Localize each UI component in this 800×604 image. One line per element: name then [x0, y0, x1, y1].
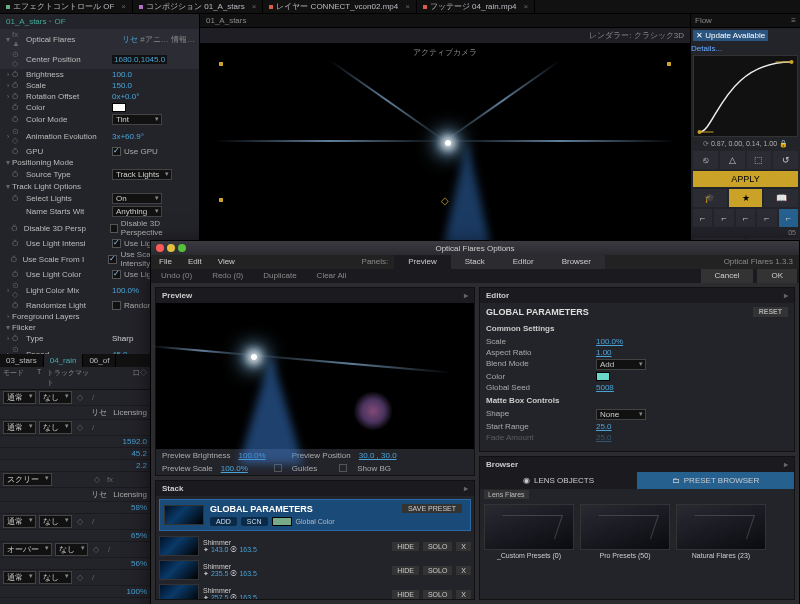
app-top-tabs: エフェクトコントロール OF× コンポジション 01_A_stars× レイヤー… — [0, 0, 800, 14]
cancel-button[interactable]: Cancel — [701, 269, 754, 283]
add-button[interactable]: ADD — [210, 517, 237, 526]
close-icon[interactable]: × — [252, 2, 257, 11]
dialog-titlebar[interactable]: Optical Flares Options — [151, 241, 799, 255]
book-icon[interactable]: 📖 — [764, 189, 798, 207]
browser-panel: Browser▸ ◉LENS OBJECTS 🗀PRESET BROWSER L… — [479, 456, 795, 600]
lens-icon: ◉ — [523, 476, 530, 485]
duplicate-button[interactable]: Duplicate — [253, 269, 306, 283]
reset-button[interactable]: RESET — [753, 307, 788, 317]
minimize-icon[interactable] — [167, 244, 175, 252]
svg-point-2 — [698, 130, 702, 134]
twirl-icon[interactable]: ▾ — [4, 35, 12, 44]
grad-icon[interactable]: 🎓 — [693, 189, 727, 207]
stack-item[interactable]: Shimmer✦ 143.0 ⦿ 163.5 HIDESOLOX — [159, 536, 471, 556]
tab-browser[interactable]: Browser — [548, 255, 605, 269]
renderer-label[interactable]: レンダラー: クラシック3D — [589, 30, 684, 41]
colormode-dropdown[interactable]: Tint — [112, 114, 162, 125]
tool-btn[interactable]: ⎋ — [693, 151, 718, 169]
tool-btn[interactable]: ↺ — [773, 151, 798, 169]
close-icon[interactable]: × — [121, 2, 126, 11]
optical-flares-dialog: Optical Flares Options File Edit View Pa… — [150, 240, 800, 604]
menu-view[interactable]: View — [210, 255, 243, 269]
gpu-checkbox[interactable] — [112, 147, 121, 156]
svg-point-3 — [790, 60, 794, 64]
blendmode-dropdown[interactable]: Add — [596, 359, 646, 370]
tab-footage[interactable]: フッテージ 04_rain.mp4× — [417, 0, 535, 13]
tab-editor[interactable]: Editor — [499, 255, 548, 269]
comp-tab[interactable]: 01_A_stars — [206, 16, 246, 25]
curve-editor[interactable] — [693, 55, 798, 137]
scn-button[interactable]: SCN — [241, 517, 268, 526]
preset-folder[interactable]: Natural Flares (23) — [676, 504, 766, 559]
guides-checkbox[interactable] — [274, 464, 282, 472]
browser-breadcrumb[interactable]: Lens Flares — [484, 490, 529, 499]
fx-header[interactable]: ▾ fx ▲ Optical Flares リセ #アニ… 情報… — [0, 29, 199, 49]
preset-folder[interactable]: Pro Presets (50) — [580, 504, 670, 559]
showbg-checkbox[interactable] — [339, 464, 347, 472]
editor-panel: Editor▸ GLOBAL PARAMETERSRESET Common Se… — [479, 287, 795, 452]
preview-panel: Preview▸ Preview Brightness100.0% Previe… — [155, 287, 475, 476]
menu-edit[interactable]: Edit — [180, 255, 210, 269]
redo-button[interactable]: Redo (0) — [202, 269, 253, 283]
zoom-icon[interactable] — [178, 244, 186, 252]
tool-btn[interactable]: ⬚ — [747, 151, 772, 169]
save-preset-button[interactable]: SAVE PRESET — [402, 504, 462, 513]
tab-presetbrowser[interactable]: 🗀PRESET BROWSER — [637, 472, 794, 489]
color-swatch[interactable] — [112, 103, 126, 112]
globalcolor-swatch[interactable] — [272, 517, 292, 526]
stack-panel: Stack▸ GLOBAL PARAMETERS ADD SCN Global … — [155, 480, 475, 600]
tab-preview[interactable]: Preview — [394, 255, 450, 269]
preview-canvas[interactable] — [156, 303, 474, 449]
preset-folder[interactable]: _Custom Presets (0) — [484, 504, 574, 559]
timeline-panel: 03_stars 04_rain 06_of モード T トラックマット 口◇ … — [0, 354, 150, 604]
stack-global[interactable]: GLOBAL PARAMETERS ADD SCN Global Color S… — [159, 499, 471, 531]
tab-composition[interactable]: コンポジション 01_A_stars× — [133, 0, 263, 13]
close-icon[interactable]: × — [524, 2, 529, 11]
close-icon[interactable]: × — [405, 2, 410, 11]
stack-item[interactable]: Shimmer✦ 257.5 ⦿ 163.5 HIDESOLOX — [159, 584, 471, 600]
ok-button[interactable]: OK — [757, 269, 797, 283]
star-icon[interactable]: ★ — [729, 189, 763, 207]
tab-effectcontrols[interactable]: エフェクトコントロール OF× — [0, 0, 133, 13]
timeline-tabs: 03_stars 04_rain 06_of — [0, 354, 150, 367]
tab-layer[interactable]: レイヤー CONNECT_vcon02.mp4× — [263, 0, 416, 13]
shape-dropdown[interactable]: None — [596, 409, 646, 420]
apply-button[interactable]: APPLY — [693, 171, 798, 187]
undo-button[interactable]: Undo (0) — [151, 269, 202, 283]
clearall-button[interactable]: Clear All — [307, 269, 357, 283]
breadcrumb: 01_A_stars・OF — [0, 14, 199, 29]
prop-center-position[interactable]: Center Position — [26, 55, 112, 64]
tab-stack[interactable]: Stack — [451, 255, 499, 269]
details-link[interactable]: Details... — [691, 44, 722, 53]
tab-lensobjects[interactable]: ◉LENS OBJECTS — [480, 472, 637, 489]
folder-icon: 🗀 — [672, 476, 680, 485]
menu-file[interactable]: File — [151, 255, 180, 269]
stack-item[interactable]: Shimmer✦ 235.5 ⦿ 163.5 HIDESOLOX — [159, 560, 471, 580]
panel-menu-icon[interactable]: ▸ — [464, 291, 468, 300]
close-icon[interactable] — [156, 244, 164, 252]
anchor-icon[interactable]: ◇ — [441, 195, 449, 206]
update-available[interactable]: ✕ Update Available — [693, 30, 768, 41]
editor-color-swatch[interactable] — [596, 372, 610, 381]
tool-btn[interactable]: △ — [720, 151, 745, 169]
